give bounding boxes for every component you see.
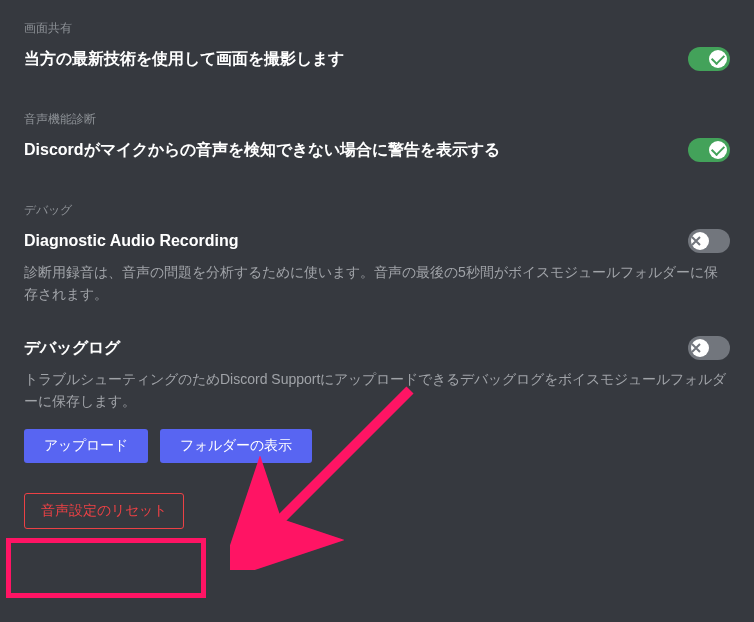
section-header-voice-diagnostics: 音声機能診断 bbox=[24, 111, 730, 128]
reset-voice-settings-button[interactable]: 音声設定のリセット bbox=[24, 493, 184, 529]
toggle-diagnostic-audio[interactable] bbox=[688, 229, 730, 253]
section-header-debug: デバッグ bbox=[24, 202, 730, 219]
description-debug-logs: トラブルシューティングのためDiscord Supportにアップロードできるデ… bbox=[24, 368, 730, 413]
section-header-screen-share: 画面共有 bbox=[24, 20, 730, 37]
section-debug: デバッグ Diagnostic Audio Recording 診断用録音は、音… bbox=[24, 202, 730, 306]
title-screen-share: 当方の最新技術を使用して画面を撮影します bbox=[24, 48, 688, 70]
upload-button[interactable]: アップロード bbox=[24, 429, 148, 463]
section-voice-diagnostics: 音声機能診断 Discordがマイクからの音声を検知できない場合に警告を表示する bbox=[24, 111, 730, 162]
section-debug-logs: デバッグログ トラブルシューティングのためDiscord Supportにアップ… bbox=[24, 336, 730, 463]
show-folder-button[interactable]: フォルダーの表示 bbox=[160, 429, 312, 463]
title-voice-diagnostics: Discordがマイクからの音声を検知できない場合に警告を表示する bbox=[24, 139, 688, 161]
x-icon bbox=[691, 232, 709, 250]
title-debug-logs: デバッグログ bbox=[24, 337, 688, 359]
title-diagnostic-audio: Diagnostic Audio Recording bbox=[24, 230, 688, 252]
annotation-highlight bbox=[6, 538, 206, 598]
check-icon bbox=[709, 141, 727, 159]
toggle-screen-share[interactable] bbox=[688, 47, 730, 71]
description-diagnostic-audio: 診断用録音は、音声の問題を分析するために使います。音声の最後の5秒間がボイスモジ… bbox=[24, 261, 730, 306]
section-screen-share: 画面共有 当方の最新技術を使用して画面を撮影します bbox=[24, 20, 730, 71]
toggle-voice-diagnostics[interactable] bbox=[688, 138, 730, 162]
check-icon bbox=[709, 50, 727, 68]
toggle-debug-logs[interactable] bbox=[688, 336, 730, 360]
x-icon bbox=[691, 339, 709, 357]
